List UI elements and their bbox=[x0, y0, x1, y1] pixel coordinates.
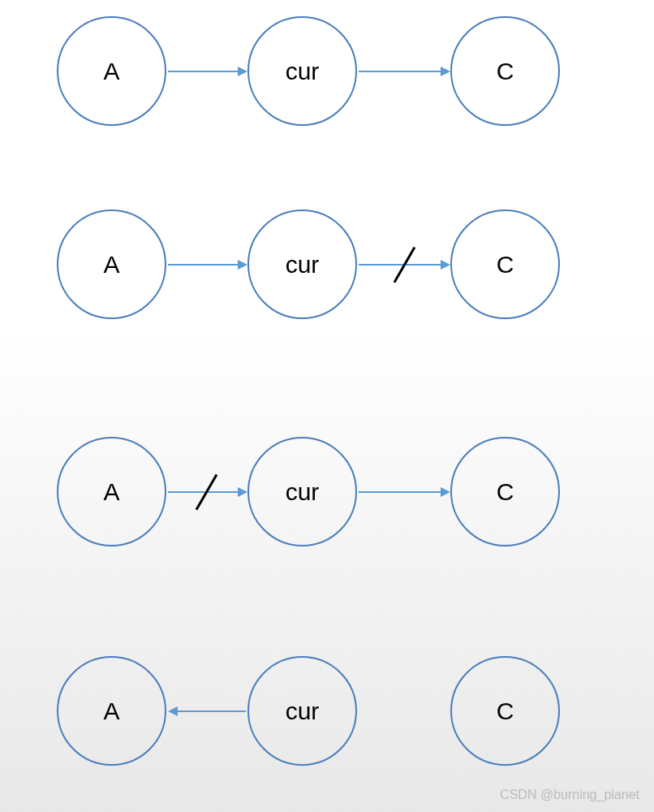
diagram-row-3: A cur C bbox=[0, 437, 654, 551]
node-label: A bbox=[103, 698, 119, 725]
arrow-cur-to-c bbox=[359, 491, 449, 493]
arrow-a-to-cur bbox=[168, 264, 246, 266]
node-label: cur bbox=[286, 251, 320, 279]
node-label: A bbox=[103, 251, 119, 279]
node-label: C bbox=[497, 58, 514, 85]
node-cur: cur bbox=[247, 656, 357, 766]
node-label: cur bbox=[286, 58, 320, 85]
watermark: CSDN @burning_planet bbox=[500, 788, 639, 802]
arrow-a-to-cur bbox=[168, 71, 246, 72]
diagram-row-4: A cur C bbox=[0, 656, 654, 770]
node-c: C bbox=[450, 16, 560, 126]
node-cur: cur bbox=[247, 16, 357, 126]
node-label: A bbox=[103, 58, 119, 85]
node-cur: cur bbox=[247, 437, 357, 546]
node-c: C bbox=[450, 437, 560, 546]
node-a: A bbox=[57, 209, 166, 319]
node-label: C bbox=[497, 251, 514, 279]
diagram-row-2: A cur C bbox=[0, 209, 654, 323]
node-label: A bbox=[103, 478, 119, 506]
node-c: C bbox=[450, 656, 560, 766]
diagram-row-1: A cur C bbox=[0, 16, 654, 130]
arrow-cur-to-a bbox=[170, 710, 246, 712]
node-label: C bbox=[497, 478, 514, 506]
arrow-cur-to-c bbox=[359, 71, 449, 72]
node-label: cur bbox=[286, 698, 320, 725]
node-a: A bbox=[57, 16, 166, 126]
node-label: cur bbox=[286, 478, 320, 506]
node-c: C bbox=[450, 209, 560, 319]
diagram-container: A cur C A cur C A cur bbox=[0, 0, 654, 812]
node-a: A bbox=[57, 656, 166, 766]
node-a: A bbox=[57, 437, 166, 546]
node-label: C bbox=[497, 698, 514, 725]
node-cur: cur bbox=[247, 209, 357, 319]
